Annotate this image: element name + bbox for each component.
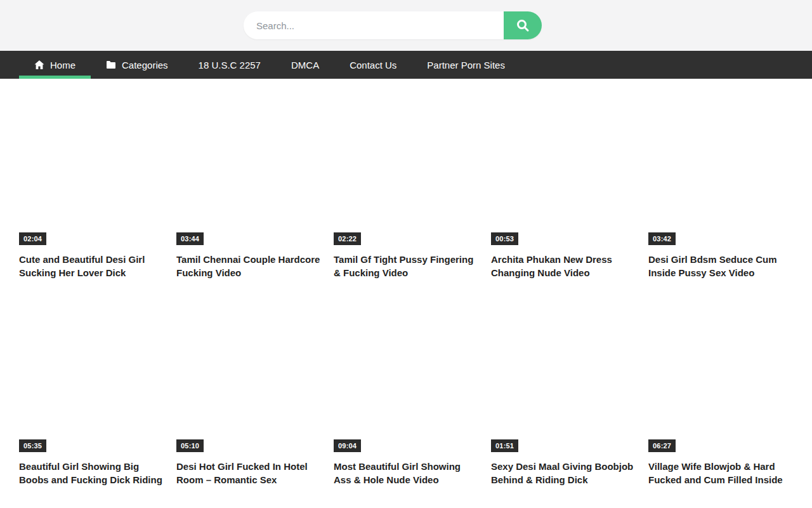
video-thumbnail[interactable]: 03:44 — [176, 89, 321, 248]
video-card: 02:22 Tamil Gf Tight Pussy Fingering & F… — [334, 89, 478, 279]
search-input[interactable] — [244, 11, 504, 39]
duration-badge: 02:04 — [19, 232, 46, 245]
search-button[interactable] — [504, 11, 542, 39]
home-icon — [34, 60, 44, 70]
video-card: 05:10 Desi Hot Girl Fucked In Hotel Room… — [176, 296, 321, 486]
nav-item-partner-sites[interactable]: Partner Porn Sites — [412, 51, 520, 79]
video-title-link[interactable]: Tamil Chennai Couple Hardcore Fucking Vi… — [176, 253, 321, 279]
video-card: 00:53 Archita Phukan New Dress Changing … — [491, 89, 636, 279]
nav-item-label: 18 U.S.C 2257 — [199, 60, 261, 70]
video-card: 09:04 Most Beautiful Girl Showing Ass & … — [334, 296, 478, 486]
video-card: 05:35 Beautiful Girl Showing Big Boobs a… — [19, 296, 164, 486]
nav-item-label: Home — [50, 60, 75, 70]
video-thumbnail[interactable]: 02:04 — [19, 89, 164, 248]
nav-item-label: Partner Porn Sites — [427, 60, 505, 70]
nav-item-label: DMCA — [291, 60, 319, 70]
video-card: 01:51 Sexy Desi Maal Giving Boobjob Behi… — [491, 296, 636, 486]
video-thumbnail[interactable]: 05:35 — [19, 296, 164, 455]
video-thumbnail[interactable]: 02:22 — [334, 89, 478, 248]
search-icon — [515, 18, 530, 33]
video-thumbnail[interactable]: 00:53 — [491, 89, 636, 248]
video-title-link[interactable]: Tamil Gf Tight Pussy Fingering & Fucking… — [334, 253, 478, 279]
video-title-link[interactable]: Cute and Beautiful Desi Girl Sucking Her… — [19, 253, 164, 279]
nav-item-dmca[interactable]: DMCA — [276, 51, 334, 79]
main-nav: Home Categories 18 U.S.C 2257 DMCA Conta… — [0, 51, 812, 79]
video-title-link[interactable]: Archita Phukan New Dress Changing Nude V… — [491, 253, 636, 279]
search-form — [244, 11, 542, 39]
video-grid: 02:04 Cute and Beautiful Desi Girl Sucki… — [0, 79, 812, 486]
topbar — [0, 0, 812, 51]
duration-badge: 09:04 — [334, 439, 361, 452]
video-card: 06:27 Village Wife Blowjob & Hard Fucked… — [648, 296, 793, 486]
video-title-link[interactable]: Desi Girl Bdsm Seduce Cum Inside Pussy S… — [648, 253, 793, 279]
video-card: 03:44 Tamil Chennai Couple Hardcore Fuck… — [176, 89, 321, 279]
duration-badge: 01:51 — [491, 439, 518, 452]
nav-item-home[interactable]: Home — [19, 51, 91, 79]
video-thumbnail[interactable]: 06:27 — [648, 296, 793, 455]
video-thumbnail[interactable]: 09:04 — [334, 296, 478, 455]
video-title-link[interactable]: Sexy Desi Maal Giving Boobjob Behind & R… — [491, 460, 636, 486]
duration-badge: 05:35 — [19, 439, 46, 452]
duration-badge: 06:27 — [648, 439, 676, 452]
video-title-link[interactable]: Desi Hot Girl Fucked In Hotel Room – Rom… — [176, 460, 321, 486]
folder-icon — [106, 60, 116, 70]
nav-item-2257[interactable]: 18 U.S.C 2257 — [183, 51, 276, 79]
nav-item-categories[interactable]: Categories — [91, 51, 183, 79]
duration-badge: 03:42 — [648, 232, 676, 245]
nav-item-contact[interactable]: Contact Us — [334, 51, 412, 79]
video-card: 03:42 Desi Girl Bdsm Seduce Cum Inside P… — [648, 89, 793, 279]
nav-item-label: Categories — [122, 60, 168, 70]
video-title-link[interactable]: Village Wife Blowjob & Hard Fucked and C… — [648, 460, 793, 486]
video-thumbnail[interactable]: 03:42 — [648, 89, 793, 248]
video-card: 02:04 Cute and Beautiful Desi Girl Sucki… — [19, 89, 164, 279]
duration-badge: 02:22 — [334, 232, 361, 245]
duration-badge: 00:53 — [491, 232, 518, 245]
video-title-link[interactable]: Most Beautiful Girl Showing Ass & Hole N… — [334, 460, 478, 486]
video-thumbnail[interactable]: 01:51 — [491, 296, 636, 455]
video-thumbnail[interactable]: 05:10 — [176, 296, 321, 455]
duration-badge: 03:44 — [176, 232, 204, 245]
duration-badge: 05:10 — [176, 439, 204, 452]
video-title-link[interactable]: Beautiful Girl Showing Big Boobs and Fuc… — [19, 460, 164, 486]
nav-item-label: Contact Us — [350, 60, 396, 70]
